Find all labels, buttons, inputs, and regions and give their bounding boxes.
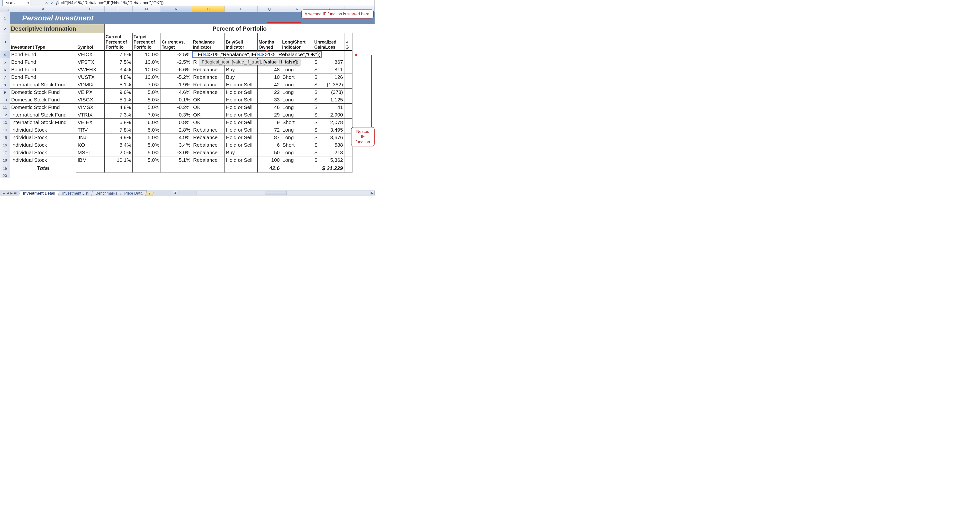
cell[interactable]: 50 bbox=[258, 149, 281, 156]
cell[interactable]: Rebalance bbox=[192, 89, 225, 96]
cell[interactable]: 4.6% bbox=[161, 89, 192, 96]
cell[interactable]: 7.5% bbox=[105, 58, 132, 66]
cell[interactable] bbox=[344, 111, 352, 119]
cancel-icon[interactable]: ✕ bbox=[45, 1, 48, 5]
cell[interactable]: Hold or Sell bbox=[225, 126, 258, 134]
col-header-M[interactable]: M bbox=[132, 6, 161, 12]
cell[interactable]: VEIPX bbox=[76, 89, 105, 96]
cell[interactable]: 3.4% bbox=[105, 66, 132, 73]
cell[interactable]: VTRIX bbox=[76, 111, 105, 119]
cell[interactable]: Individual Stock bbox=[10, 126, 76, 134]
cell[interactable]: IBM bbox=[76, 156, 105, 164]
cell[interactable]: 2.0% bbox=[105, 149, 132, 156]
cell[interactable]: Long bbox=[281, 66, 313, 73]
cell[interactable] bbox=[344, 58, 352, 66]
cell[interactable]: Bond Fund bbox=[10, 66, 76, 73]
cell[interactable]: $3,495 bbox=[313, 126, 344, 134]
cell[interactable]: VEIEX bbox=[76, 119, 105, 126]
cell[interactable]: -1.9% bbox=[161, 81, 192, 89]
row-header-5[interactable]: 5 bbox=[0, 58, 10, 66]
cell[interactable]: OK bbox=[192, 111, 225, 119]
cell[interactable]: Long bbox=[281, 81, 313, 89]
cell[interactable]: $5,362 bbox=[313, 156, 344, 164]
cell[interactable]: 33 bbox=[258, 96, 281, 104]
cell[interactable]: 9.6% bbox=[105, 89, 132, 96]
cell[interactable]: 10.1% bbox=[105, 156, 132, 164]
col-header-Q[interactable]: Q bbox=[258, 6, 281, 12]
cell[interactable]: OK bbox=[192, 104, 225, 111]
cell[interactable]: 5.1% bbox=[105, 96, 132, 104]
row-header-3[interactable]: 3 bbox=[0, 33, 10, 51]
cell[interactable]: 29 bbox=[258, 111, 281, 119]
cell[interactable]: 0.1% bbox=[161, 96, 192, 104]
cell[interactable]: Long bbox=[281, 96, 313, 104]
cell[interactable]: Hold or Sell bbox=[225, 141, 258, 149]
tab-investment-detail[interactable]: Investment Detail bbox=[19, 190, 60, 196]
row-header-18[interactable]: 18 bbox=[0, 156, 10, 164]
cell[interactable]: TRV bbox=[76, 126, 105, 134]
cell[interactable]: 10.0% bbox=[132, 73, 161, 81]
row-header-12[interactable]: 12 bbox=[0, 111, 10, 119]
cell[interactable]: 22 bbox=[258, 89, 281, 96]
cell[interactable]: Hold or Sell bbox=[225, 119, 258, 126]
cell[interactable]: Bond Fund bbox=[10, 73, 76, 81]
cell[interactable]: KO bbox=[76, 141, 105, 149]
insert-sheet-icon[interactable]: ✦ bbox=[145, 192, 154, 196]
cell[interactable] bbox=[344, 96, 352, 104]
row-header-1[interactable]: 1 bbox=[0, 12, 10, 24]
cell[interactable]: 46 bbox=[258, 104, 281, 111]
cell[interactable]: 9 bbox=[258, 119, 281, 126]
cell[interactable]: 5.0% bbox=[132, 149, 161, 156]
cell[interactable]: OK bbox=[192, 96, 225, 104]
cell[interactable]: 8.4% bbox=[105, 141, 132, 149]
tab-last-icon[interactable]: ⏭ bbox=[14, 191, 17, 195]
row-header-6[interactable]: 6 bbox=[0, 66, 10, 73]
cell[interactable]: VISGX bbox=[76, 96, 105, 104]
cell[interactable]: 5.0% bbox=[132, 126, 161, 134]
row-header-20[interactable]: 20 bbox=[0, 173, 10, 178]
cell[interactable]: 7.8% bbox=[105, 126, 132, 134]
col-header-N[interactable]: N bbox=[161, 6, 192, 12]
cell[interactable]: Short bbox=[281, 73, 313, 81]
cell[interactable]: Long bbox=[281, 134, 313, 141]
row-header-15[interactable]: 15 bbox=[0, 134, 10, 141]
cell[interactable] bbox=[344, 51, 352, 58]
cell[interactable]: 6.0% bbox=[132, 119, 161, 126]
cell[interactable]: 5.0% bbox=[132, 96, 161, 104]
cell[interactable]: 100 bbox=[258, 156, 281, 164]
cell[interactable]: $(373) bbox=[313, 89, 344, 96]
row-header-14[interactable]: 14 bbox=[0, 126, 10, 134]
cell[interactable] bbox=[344, 66, 352, 73]
cell[interactable]: VWEHX bbox=[76, 66, 105, 73]
cell[interactable]: -5.2% bbox=[161, 73, 192, 81]
cell[interactable]: Rebalance bbox=[192, 134, 225, 141]
cell[interactable]: $3,676 bbox=[313, 134, 344, 141]
cell[interactable]: 6.8% bbox=[105, 119, 132, 126]
cell[interactable]: 7.0% bbox=[132, 81, 161, 89]
cell[interactable]: 7.0% bbox=[132, 111, 161, 119]
cell[interactable]: 5.0% bbox=[132, 89, 161, 96]
cell[interactable]: Buy bbox=[225, 66, 258, 73]
cell[interactable]: Rebalance bbox=[192, 149, 225, 156]
cell[interactable]: Domestic Stock Fund bbox=[10, 104, 76, 111]
cell-edit-overlay[interactable]: =IF(N4>1%,"Rebalance",IF(N4<-1%,"Rebalan… bbox=[192, 51, 322, 58]
cell[interactable]: Rebalance bbox=[192, 141, 225, 149]
cell[interactable]: $218 bbox=[313, 149, 344, 156]
cell[interactable]: 5.0% bbox=[132, 141, 161, 149]
hscroll-thumb[interactable] bbox=[265, 191, 287, 195]
cell[interactable]: $41 bbox=[313, 104, 344, 111]
cell[interactable]: Rebalance bbox=[192, 126, 225, 134]
cell[interactable]: Long bbox=[281, 126, 313, 134]
cell[interactable]: 5.1% bbox=[105, 81, 132, 89]
cell[interactable]: 10 bbox=[258, 73, 281, 81]
cell[interactable] bbox=[344, 149, 352, 156]
cell[interactable]: Buy bbox=[225, 73, 258, 81]
fx-icon[interactable]: fx bbox=[56, 1, 59, 5]
cell[interactable]: Rebalance bbox=[192, 81, 225, 89]
cell[interactable] bbox=[344, 81, 352, 89]
cell[interactable]: JNJ bbox=[76, 134, 105, 141]
hscroll-right-icon[interactable]: ▶ bbox=[370, 191, 375, 195]
cell[interactable]: 72 bbox=[258, 126, 281, 134]
tab-benchmarks[interactable]: Benchmarks bbox=[91, 190, 122, 196]
row-header-9[interactable]: 9 bbox=[0, 89, 10, 96]
